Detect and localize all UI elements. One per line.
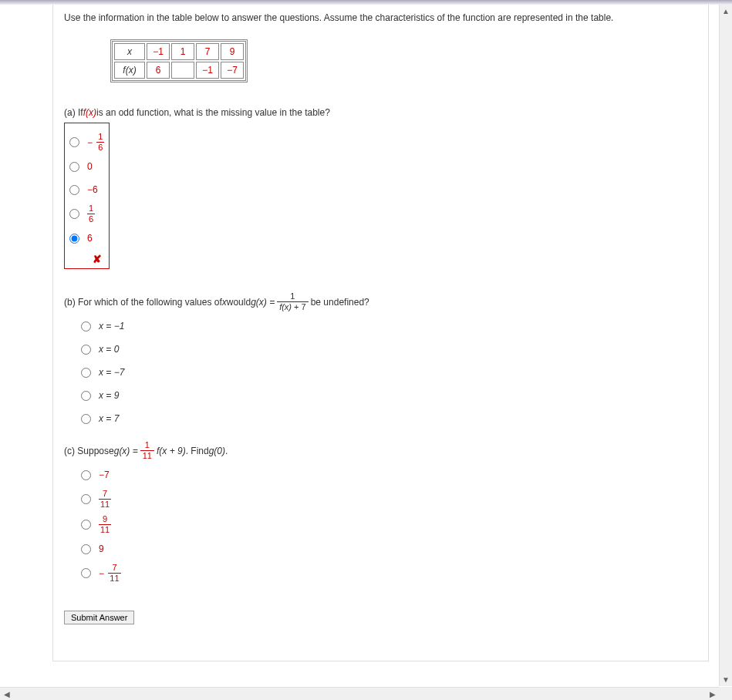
choice-b5-radio[interactable] [81,414,91,424]
incorrect-x-icon: ✘ [93,253,104,265]
fraction: 1 6 [87,204,95,224]
text: would [227,295,251,309]
choice-a2-radio[interactable] [69,162,79,172]
part-b-prompt: (b) For which of the following values of… [64,292,697,311]
function-table: x −1 1 7 9 f(x) 6 −1 −7 [110,39,248,82]
choice-a4-label: 1 6 [87,204,95,224]
instructions-text: Use the information in the table below t… [64,11,697,25]
fraction: 1 11 [140,441,154,460]
choice-b2-label: x = 0 [99,344,119,355]
table-cell: −1 [196,62,219,79]
text: be undefined? [311,295,369,309]
fraction: 7 11 [99,490,111,509]
choice-a2-label: 0 [87,161,93,172]
question-panel: Use the information in the table below t… [52,5,709,661]
frac-num: 1 [277,292,309,302]
choice-b2-radio[interactable] [81,345,91,355]
choice-c3-label: 9 11 [99,515,111,534]
table-cell: 6 [147,62,170,79]
neg-sign: − [87,137,93,148]
fx-label: f(x) [83,106,96,119]
choice-b5-label: x = 7 [99,413,119,424]
table-cell: 7 [196,43,219,60]
scroll-down-icon[interactable]: ▼ [720,673,733,686]
fx-plus-9: f(x + 9) [157,444,186,458]
scroll-corner [719,687,732,700]
g0-label: g(0) [209,444,225,458]
table-header-x: x [114,43,145,60]
table-cell: −7 [221,62,244,79]
choice-a3-label: −6 [87,184,98,195]
choice-c4-radio[interactable] [81,544,91,554]
choice-c2-label: 7 11 [99,490,111,509]
choice-b4-radio[interactable] [81,391,91,401]
submit-answer-button[interactable]: Submit Answer [64,611,134,624]
scroll-right-icon[interactable]: ▶ [706,688,719,701]
fraction: 1 6 [96,133,104,152]
scroll-up-icon[interactable]: ▲ [720,5,733,18]
choice-b1-radio[interactable] [81,321,91,331]
frac-den: 11 [99,525,111,534]
frac-den: 11 [108,574,120,583]
gx-label: g(x) = [114,444,138,458]
neg-sign: − [99,568,104,579]
table-cell: −1 [147,43,170,60]
fraction: 7 11 [108,564,120,583]
choice-b1-label: x = −1 [99,321,124,331]
frac-den: 11 [140,451,154,460]
scroll-left-icon[interactable]: ◀ [0,688,13,701]
choice-c5-label: − 7 11 [99,564,121,583]
part-a-choices: − 1 6 0 −6 [64,123,697,269]
choice-c1-label: −7 [99,469,110,480]
choice-a4-radio[interactable] [69,209,79,219]
frac-num: 1 [96,133,104,143]
choice-c4-label: 9 [99,544,104,554]
part-b-choices: x = −1 x = 0 x = −7 x = 9 x = 7 [81,318,697,427]
fx-in-den: f(x) [279,302,292,311]
frac-num: 7 [108,564,120,574]
table-cell: 1 [171,43,194,60]
choice-b3-label: x = −7 [99,367,124,378]
choice-b3-radio[interactable] [81,368,91,378]
text: (b) For which of the following values of [64,295,222,309]
table-row: x −1 1 7 9 [114,43,244,60]
frac-num: 1 [140,441,154,451]
frac-num: 1 [87,204,95,214]
choice-c2-radio[interactable] [81,494,91,504]
choice-a3-radio[interactable] [69,185,79,195]
choice-b4-label: x = 9 [99,390,119,401]
table-cell: 9 [221,43,244,60]
den-plus: + 7 [292,302,306,311]
text: . Find [186,444,209,458]
choice-c5-radio[interactable] [81,568,91,578]
text: is an odd function, what is the missing … [96,106,330,119]
text: (a) If [64,106,83,119]
frac-den: 11 [99,500,111,509]
choice-a1-label: − 1 6 [87,133,104,152]
fraction: 1 f(x) + 7 [277,292,309,311]
frac-den: f(x) + 7 [277,302,309,311]
table-cell [171,62,194,79]
part-c-prompt: (c) Suppose g(x) = 1 11 f(x + 9) . Find … [64,441,697,460]
frac-num: 7 [99,490,111,500]
text: (c) Suppose [64,444,114,458]
vertical-scrollbar[interactable]: ▲ ▼ [719,5,732,686]
frac-den: 6 [87,214,95,224]
part-c-choices: −7 7 11 9 11 [81,466,697,583]
choice-a5-label: 6 [87,233,93,244]
table-header-fx: f(x) [114,62,145,79]
table-row: f(x) 6 −1 −7 [114,62,244,79]
frac-num: 9 [99,515,111,525]
fraction: 9 11 [99,515,111,534]
part-a-prompt: (a) If f(x) is an odd function, what is … [64,106,697,119]
text: . [225,444,228,458]
choice-c3-radio[interactable] [81,520,91,530]
gx-label: g(x) = [251,295,275,309]
choice-c1-radio[interactable] [81,470,91,480]
choice-a1-radio[interactable] [69,137,79,147]
choice-a5-radio[interactable] [69,234,79,244]
incorrect-highlight: − 1 6 0 −6 [64,123,110,269]
horizontal-scrollbar[interactable]: ◀ ▶ [0,687,719,700]
frac-den: 6 [96,143,104,152]
